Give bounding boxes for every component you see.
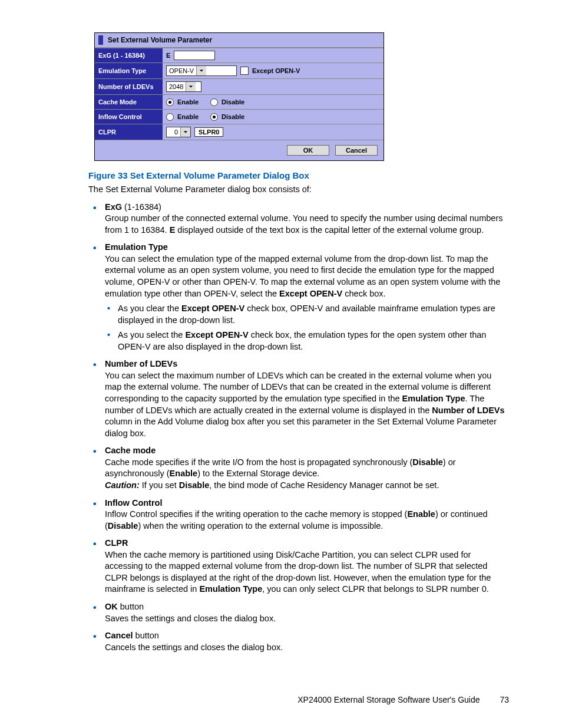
row-emulation: Emulation Type OPEN-V Except OPEN-V	[95, 62, 384, 78]
item-range: (1-16384)	[122, 202, 161, 212]
cache-disable-label: Disable	[222, 98, 244, 106]
sub-item: As you clear the Except OPEN-V check box…	[105, 303, 509, 326]
cache-enable-label: Enable	[177, 98, 199, 106]
emulation-select[interactable]: OPEN-V	[166, 65, 237, 76]
item-text: Inflow Control specifies if the writing …	[105, 509, 407, 519]
item-text: displayed outside of the text box is the…	[175, 225, 484, 235]
dialog-set-external-volume: Set External Volume Parameter ExG (1 - 1…	[94, 32, 384, 161]
field-ldevs: 2048	[163, 79, 384, 94]
label-emulation: Emulation Type	[95, 63, 163, 78]
label-exg: ExG (1 - 16384)	[95, 48, 163, 62]
row-clpr: CLPR 0 SLPR0	[95, 124, 384, 140]
title-accent-bar	[98, 35, 103, 45]
item-bold: Except OPEN-V	[185, 330, 248, 340]
label-inflow: Inflow Control	[95, 110, 163, 124]
item-bold: Enable	[170, 469, 198, 478]
except-openv-label: Except OPEN-V	[252, 67, 300, 74]
item-bold: Emulation Type	[199, 584, 262, 594]
chevron-down-icon	[180, 127, 190, 137]
inflow-disable-radio[interactable]	[210, 113, 218, 121]
cache-disable-radio[interactable]	[210, 98, 218, 106]
item-clpr: CLPR When the cache memory is partitione…	[88, 538, 509, 595]
item-bold: Except OPEN-V	[279, 289, 342, 298]
row-ldevs: Number of LDEVs 2048	[95, 78, 384, 94]
item-bold: Enable	[407, 509, 435, 519]
item-ldevs: Number of LDEVs You can select the maxim…	[88, 358, 509, 439]
item-inflow: Inflow Control Inflow Control specifies …	[88, 498, 509, 532]
item-title: Cancel	[105, 631, 133, 640]
exg-input[interactable]	[174, 51, 215, 60]
item-text: button	[133, 631, 159, 640]
item-bold: E	[170, 225, 176, 235]
item-bold: Number of LDEVs	[432, 406, 504, 415]
item-title: OK	[105, 602, 118, 611]
item-text: ) to the External Storage device.	[197, 469, 319, 478]
figure-caption: Figure 33 Set External Volume Parameter …	[88, 170, 509, 180]
clpr-value: 0	[167, 127, 180, 137]
item-title: Cache mode	[105, 446, 156, 455]
inflow-enable-label: Enable	[177, 113, 199, 120]
item-title: Inflow Control	[105, 498, 162, 508]
item-cache: Cache mode Cache mode specifies if the w…	[88, 445, 509, 491]
item-bold: Emulation Type	[402, 394, 465, 403]
except-openv-checkbox[interactable]	[240, 67, 249, 75]
field-cache: Enable Disable	[163, 95, 384, 109]
field-inflow: Enable Disable	[163, 110, 384, 124]
label-cache: Cache Mode	[95, 95, 163, 109]
document-page: Set External Volume Parameter ExG (1 - 1…	[0, 0, 562, 728]
item-title: ExG	[105, 202, 122, 212]
label-clpr: CLPR	[95, 124, 163, 140]
sub-item: As you select the Except OPEN-V check bo…	[105, 330, 509, 353]
item-text: , the bind mode of Cache Residency Manag…	[209, 480, 439, 490]
ldevs-select[interactable]: 2048	[166, 81, 201, 92]
ok-button[interactable]: OK	[287, 145, 329, 156]
item-text: check box.	[342, 289, 385, 298]
row-cache: Cache Mode Enable Disable	[95, 94, 384, 109]
cache-enable-radio[interactable]	[166, 98, 174, 106]
item-text: column in the Add Volume dialog box afte…	[105, 417, 497, 438]
clpr-select[interactable]: 0	[166, 127, 191, 137]
dialog-button-row: OK Cancel	[95, 140, 384, 160]
item-title: Number of LDEVs	[105, 359, 177, 368]
label-ldevs: Number of LDEVs	[95, 79, 163, 94]
item-bold: Disable	[179, 480, 210, 490]
cancel-button[interactable]: Cancel	[335, 145, 378, 156]
item-text: button	[118, 602, 144, 611]
footer-text: XP24000 External Storage Software User's…	[297, 695, 480, 704]
item-text: If you set	[140, 480, 179, 490]
item-cancel: Cancel button Cancels the settings and c…	[88, 630, 509, 653]
item-text: As you clear the	[118, 304, 181, 313]
item-text: As you select the	[118, 330, 185, 340]
item-ok: OK button Saves the settings and closes …	[88, 601, 509, 624]
row-exg: ExG (1 - 16384) E	[95, 48, 384, 62]
exg-prefix: E	[166, 52, 170, 59]
item-bold: Except OPEN-V	[181, 304, 244, 313]
item-text: Saves the settings and closes the dialog…	[105, 614, 276, 623]
item-emulation: Emulation Type You can select the emulat…	[88, 242, 509, 353]
caution-label: Caution:	[105, 480, 140, 490]
field-exg: E	[163, 48, 384, 62]
description-list: ExG (1-16384) Group number of the connec…	[88, 202, 509, 654]
inflow-disable-label: Disable	[222, 113, 244, 120]
ldevs-value: 2048	[167, 82, 186, 91]
item-bold: Disable	[412, 457, 443, 467]
row-inflow: Inflow Control Enable Disable	[95, 109, 384, 124]
item-bold: Disable	[108, 521, 138, 531]
item-text: Cancels the settings and closes the dial…	[105, 643, 283, 652]
field-clpr: 0 SLPR0	[163, 124, 384, 140]
intro-text: The Set External Volume Parameter dialog…	[88, 184, 509, 196]
field-emulation: OPEN-V Except OPEN-V	[163, 63, 384, 78]
item-text: , you can only select CLPR that belongs …	[262, 584, 488, 594]
inflow-enable-radio[interactable]	[166, 113, 174, 121]
emulation-value: OPEN-V	[167, 66, 196, 75]
item-exg: ExG (1-16384) Group number of the connec…	[88, 202, 509, 236]
chevron-down-icon	[196, 66, 206, 75]
page-footer: XP24000 External Storage Software User's…	[0, 695, 509, 704]
item-text: Cache mode specifies if the write I/O fr…	[105, 457, 412, 467]
slpr-display: SLPR0	[194, 127, 223, 137]
item-text: ) when the writing operation to the exte…	[138, 521, 383, 531]
dialog-title: Set External Volume Parameter	[108, 36, 212, 44]
item-title: Emulation Type	[105, 242, 168, 252]
item-title: CLPR	[105, 538, 128, 548]
page-number: 73	[500, 695, 509, 704]
